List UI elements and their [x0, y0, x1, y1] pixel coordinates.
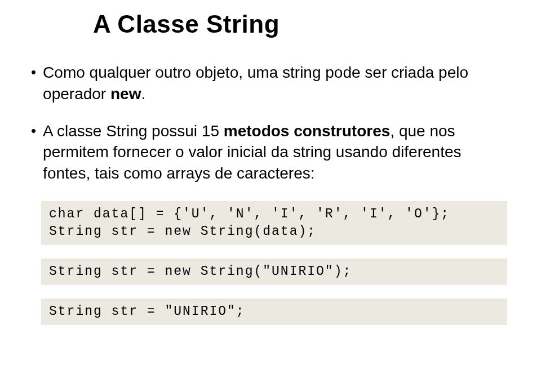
text-segment-bold: metodos construtores	[224, 122, 391, 140]
code-block-1: char data[] = {'U', 'N', 'I', 'R', 'I', …	[41, 201, 507, 245]
bullet-text-2: A classe String possui 15 metodos constr…	[43, 121, 507, 184]
bullet-list: • Como qualquer outro objeto, uma string…	[31, 62, 507, 184]
text-segment: A classe String possui 15	[43, 122, 224, 140]
code-block-2: String str = new String("UNIRIO");	[41, 259, 507, 285]
bullet-item: • A classe String possui 15 metodos cons…	[31, 121, 507, 184]
code-block-3: String str = "UNIRIO";	[41, 299, 507, 325]
text-segment-bold: new	[110, 85, 141, 103]
bullet-marker: •	[31, 122, 36, 141]
bullet-marker: •	[31, 63, 36, 82]
slide-title: A Classe String	[93, 10, 507, 38]
bullet-item: • Como qualquer outro objeto, uma string…	[31, 62, 507, 105]
bullet-text-1: Como qualquer outro objeto, uma string p…	[43, 62, 507, 105]
text-segment: Como qualquer outro objeto, uma string p…	[43, 64, 468, 103]
text-segment: .	[141, 85, 145, 103]
